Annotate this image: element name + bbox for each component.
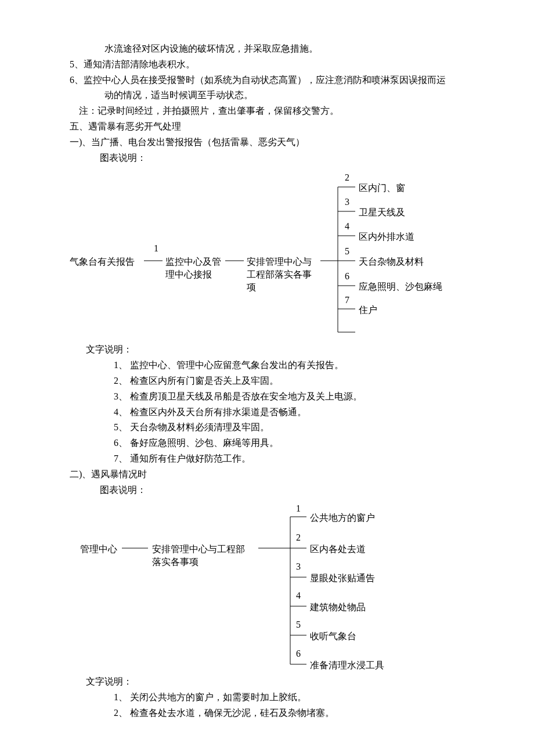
- note: 注：记录时间经过，并拍摄照片，查出肇事者，保留移交警方。: [70, 104, 470, 118]
- diagram-number: 4: [296, 589, 301, 603]
- diagram-leaf: 区内外排水道: [359, 230, 414, 244]
- diagram-node: 落实各事项: [152, 555, 199, 570]
- diagram-number: 6: [296, 647, 301, 661]
- chart-label: 图表说明：: [100, 483, 470, 498]
- list-item: 2、 检查区内所有门窗是否关上及牢固。: [114, 374, 470, 388]
- list-item: 5、通知清洁部清除地表积水。: [70, 57, 470, 72]
- diagram-leaf: 卫星天线及: [359, 206, 405, 220]
- list-item: 2、 检查各处去水道，确保无沙泥，硅石及杂物堵塞。: [114, 706, 470, 721]
- heading-5: 五、遇雷暴有恶劣开气处理: [70, 120, 470, 134]
- diagram-leaf: 建筑物处物品: [310, 600, 366, 615]
- diagram-number: 1: [154, 242, 158, 256]
- diagram-number: 6: [345, 269, 349, 284]
- diagram-number: 5: [345, 244, 349, 259]
- text-label: 文字说明：: [86, 675, 470, 689]
- diagram-leaf: 显眼处张贴通告: [310, 571, 375, 586]
- diagram-node: 管理中心: [80, 542, 117, 557]
- diagram-leaf: 区内门、窗: [359, 181, 405, 196]
- subheading: 一)、当广播、电台发出警报报告（包括雷暴、恶劣天气）: [70, 135, 470, 150]
- list-item: 6、 备好应急照明、沙包、麻绳等用具。: [114, 436, 470, 451]
- diagram-node: 项: [247, 280, 256, 295]
- diagram-2-lines: [70, 503, 470, 671]
- diagram-leaf: 区内各处去道: [310, 542, 366, 557]
- diagram-leaf: 公共地方的窗户: [310, 511, 375, 525]
- diagram-node: 气象台有关报告: [70, 255, 135, 269]
- diagram-leaf: 住户: [359, 303, 377, 318]
- diagram-node: 工程部落实各事: [247, 268, 312, 282]
- list-item: 1、 监控中心、管理中心应留意气象台发出的有关报告。: [114, 358, 470, 373]
- list-item: 3、 检查房顶卫星天线及吊船是否放在安全地方及关上电源。: [114, 390, 470, 404]
- diagram-number: 3: [345, 195, 349, 210]
- diagram-number: 4: [345, 219, 349, 234]
- list-item: 6、监控中心人员在接受报警时（如系统为自动状态高置），应注意消防和喷淋泵因误报而…: [70, 73, 470, 88]
- diagram-2: 管理中心 安排管理中心与工程部 落实各事项 1 公共地方的窗户 2 区内各处去道…: [70, 503, 470, 671]
- list-item: 7、 通知所有住户做好防范工作。: [114, 452, 470, 466]
- diagram-number: 5: [296, 618, 301, 632]
- diagram-number: 3: [296, 560, 301, 574]
- diagram-number: 1: [296, 502, 301, 516]
- diagram-leaf: 准备清理水浸工具: [310, 658, 384, 673]
- paragraph: 水流途径对区内设施的破坏情况，并采取应急措施。: [86, 42, 470, 56]
- diagram-node: 理中心接报: [165, 268, 212, 282]
- text-label: 文字说明：: [86, 343, 470, 357]
- subheading: 二)、遇风暴情况时: [70, 467, 470, 482]
- diagram-1: 气象台有关报告 1 监控中心及管 理中心接报 安排管理中心与 工程部落实各事 项…: [70, 171, 470, 339]
- list-item: 4、 检查区内外及天台所有排水渠道是否畅通。: [114, 405, 470, 420]
- list-item-cont: 动的情况，适当时候调至手动状态。: [86, 88, 470, 103]
- diagram-leaf: 收听气象台: [310, 629, 356, 644]
- list-item: 5、 天台杂物及材料必须清理及牢固。: [114, 420, 470, 435]
- diagram-number: 2: [296, 531, 301, 545]
- diagram-number: 2: [345, 171, 349, 185]
- page-content: 水流途径对区内设施的破坏情况，并采取应急措施。 5、通知清洁部清除地表积水。 6…: [70, 41, 470, 722]
- chart-label: 图表说明：: [100, 151, 470, 165]
- list-item: 1、 关闭公共地方的窗户，如需要时加上胶纸。: [114, 690, 470, 705]
- diagram-number: 7: [345, 293, 349, 308]
- diagram-leaf: 天台杂物及材料: [359, 255, 424, 269]
- diagram-leaf: 应急照明、沙包麻绳: [359, 280, 442, 294]
